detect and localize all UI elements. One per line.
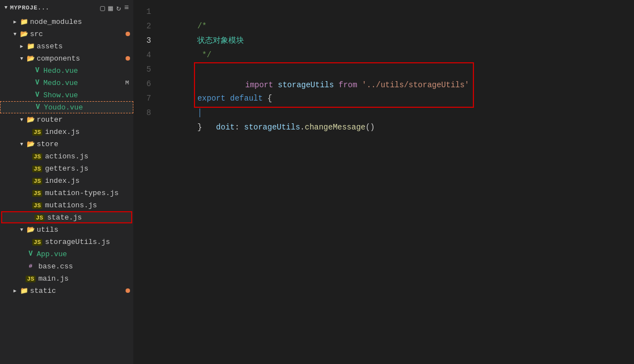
code-editor: 1 2 3 4 5 6 7 8 /* 状态对象模块 */ [133,0,634,364]
sidebar-item-store-index[interactable]: JS index.js [0,174,133,187]
chevron-right-icon [18,43,26,49]
js-icon: JS [32,164,42,173]
sidebar-item-label: static [30,287,56,295]
sidebar-item-label: components [37,54,80,63]
line-number-2: 2 [133,19,151,33]
sidebar-item-label: node_modules [30,18,82,26]
js-icon: JS [32,128,42,136]
parens: () [366,123,375,132]
sidebar-item-mutation-types[interactable]: JS mutation-types.js [0,187,133,199]
sidebar-item-medo-vue[interactable]: V Medo.vue M [0,77,133,89]
folder-icon: 📂 [26,54,36,63]
colon: : [234,123,244,132]
sidebar-item-router[interactable]: 📂 router [0,113,133,126]
sidebar-item-label: Show.vue [43,91,78,99]
new-file-icon[interactable]: ▢ [100,3,104,13]
sidebar-actions[interactable]: ▢ ▦ ↻ ≡ [100,3,129,13]
code-line-5 [160,62,634,77]
new-folder-icon[interactable]: ▦ [108,3,113,13]
code-line-4: import storageUtils from '../utils/stora… [160,48,634,62]
js-icon: JS [32,238,42,246]
sidebar-item-label: utils [37,226,58,234]
sidebar-item-label: Hedo.vue [43,67,78,75]
line-number-7: 7 [133,91,151,106]
js-icon: JS [32,201,42,210]
file-explorer[interactable]: ▼ MYPROJЕ... ▢ ▦ ↻ ≡ 📁 node_modules 📂 sr… [0,0,133,364]
sidebar-item-youdo-vue[interactable]: V Youdo.vue [0,101,133,113]
line-number-3: 3 [133,33,151,48]
code-line-3: */ [160,33,634,48]
sidebar-item-label: Youdo.vue [44,103,83,112]
folder-icon: 📁 [19,18,29,26]
line-number-8: 8 [133,106,151,120]
sidebar-item-src[interactable]: 📂 src [0,28,133,40]
line-number-1: 1 [133,4,151,19]
js-icon: JS [32,189,42,197]
sidebar-item-state[interactable]: JS state.js [1,211,132,223]
sidebar-item-label: App.vue [37,250,67,258]
chevron-right-icon [11,19,19,25]
sidebar-item-assets[interactable]: 📁 assets [0,40,133,52]
sidebar-item-node-modules[interactable]: 📁 node_modules [0,16,133,28]
refresh-icon[interactable]: ↻ [116,3,121,13]
sidebar-item-label: router [37,116,63,124]
chevron-down-icon [18,141,26,147]
project-title: ▼ MYPROJЕ... [4,4,49,11]
js-icon: JS [32,152,42,161]
folder-icon: 📂 [26,116,36,124]
sidebar-item-components[interactable]: 📂 components [0,52,133,64]
sidebar-item-label: getters.js [45,164,88,173]
css-icon: # [26,263,36,270]
code-line-2: 状态对象模块 [160,19,634,33]
sidebar-item-static[interactable]: 📁 static [0,285,133,297]
code-line-1: /* [160,4,634,19]
vue-icon: V [32,91,42,99]
brace-close: } [197,123,202,132]
sidebar-item-store[interactable]: 📂 store [0,138,133,150]
sidebar-item-label: assets [37,42,63,51]
modified-dot [126,32,130,36]
method-changeMessage: changeMessage [304,123,365,132]
code-content: /* 状态对象模块 */ import storageUtils from '.… [160,2,634,364]
sidebar-item-label: store [37,140,58,148]
js-icon: JS [26,275,36,283]
sidebar-item-show-vue[interactable]: V Show.vue [0,89,133,101]
js-icon: JS [32,177,42,185]
line-number-5: 5 [133,62,151,77]
sidebar-item-label: state.js [47,213,82,222]
vue-icon: V [32,67,42,74]
prop-doit: doit [216,123,235,132]
sidebar-item-label: index.js [45,128,79,136]
modified-badge: M [125,79,129,86]
line-numbers: 1 2 3 4 5 6 7 8 [133,2,160,364]
folder-icon: 📁 [26,42,36,51]
sidebar-item-getters[interactable]: JS getters.js [0,162,133,174]
sidebar-item-actions[interactable]: JS actions.js [0,150,133,162]
chevron-down-icon: ▼ [4,5,8,11]
modified-dot [126,288,130,293]
sidebar-item-label: base.css [38,262,73,271]
sidebar-item-utils[interactable]: 📂 utils [0,223,133,236]
sidebar-item-label: src [30,30,43,38]
storageutils-ref: storageUtils [244,123,300,132]
code-line-6: export default { [160,77,634,91]
sidebar-item-hedo-vue[interactable]: V Hedo.vue [0,64,133,77]
collapse-icon[interactable]: ≡ [124,3,129,12]
line-number-4: 4 [133,48,151,62]
line-number-6: 6 [133,77,151,91]
sidebar-item-label: mutation-types.js [45,189,119,197]
sidebar-item-label: main.js [38,275,69,283]
sidebar-item-label: actions.js [45,152,88,161]
folder-icon: 📁 [19,287,29,295]
folder-icon: 📂 [26,140,36,148]
modified-dot [126,56,130,61]
sidebar-item-router-index[interactable]: JS index.js [0,126,133,138]
sidebar-item-main-js[interactable]: JS main.js [0,272,133,285]
sidebar-item-label: index.js [45,177,79,185]
js-icon: JS [34,213,44,222]
sidebar-item-base-css[interactable]: # base.css [0,260,133,272]
sidebar-item-storage-utils[interactable]: JS storageUtils.js [0,236,133,248]
sidebar-item-mutations[interactable]: JS mutations.js [0,199,133,211]
chevron-down-icon [18,227,26,233]
sidebar-item-app-vue[interactable]: V App.vue [0,248,133,260]
